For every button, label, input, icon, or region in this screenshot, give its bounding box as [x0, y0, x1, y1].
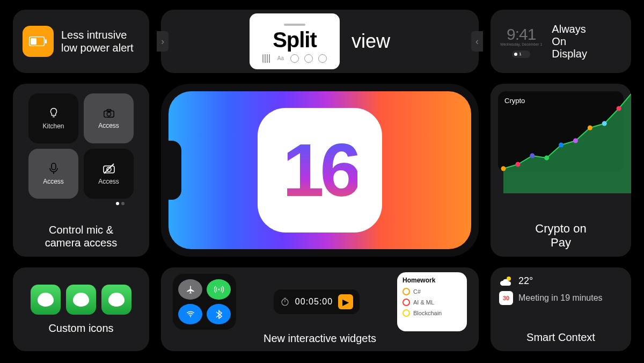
crypto-caption-l1: Crypto on — [498, 222, 624, 235]
svg-point-19 — [631, 89, 632, 94]
meeting-row: 30 Meeting in 19 minutes — [499, 291, 623, 305]
svg-point-16 — [588, 126, 592, 130]
hero-iphone-screen: 16 — [169, 91, 471, 249]
meeting-text: Meeting in 19 minutes — [518, 293, 603, 303]
reminders-header: Homework — [402, 277, 462, 284]
airplane-mode-toggle[interactable] — [178, 279, 202, 300]
ring-icon — [402, 288, 410, 295]
ios-version-badge: 16 — [258, 108, 382, 233]
svg-point-15 — [573, 139, 578, 143]
connectivity-widget — [173, 274, 236, 330]
svg-rect-6 — [52, 163, 56, 170]
ring-icon — [402, 309, 410, 317]
aod-text: Always On Display — [552, 23, 587, 60]
reminders-widget: Homework C# AI & ML Blockchain — [397, 272, 467, 331]
widgets-caption: New interactive widgets — [161, 332, 479, 345]
crypto-chart — [498, 84, 631, 193]
tile-label: Access — [43, 178, 64, 185]
split-view-window: Split Aa — [250, 13, 340, 69]
aod-line2: On — [552, 35, 587, 48]
tile-label: Kitchen — [42, 122, 64, 130]
tile-label: Access — [98, 178, 119, 185]
wifi-toggle[interactable] — [178, 304, 202, 324]
timer-widget: 00:05:00 ▶ — [274, 289, 360, 314]
svg-point-10 — [501, 166, 506, 171]
ring-icon — [402, 299, 410, 306]
page-dots — [21, 202, 125, 205]
svg-point-14 — [559, 143, 564, 148]
feature-card-always-on-display[interactable]: 9:41 Wednesday, December 1 1 Always On D… — [491, 10, 631, 73]
aod-time: 9:41 — [507, 25, 536, 43]
svg-rect-5 — [107, 109, 111, 111]
safari-toolbar-icons: Aa — [262, 54, 327, 63]
feature-card-custom-icons[interactable]: Custom icons — [13, 267, 149, 351]
circle-icon — [290, 54, 299, 63]
svg-point-18 — [617, 106, 621, 111]
aod-notif-count: 1 — [519, 52, 521, 56]
tile-label: Access — [98, 122, 119, 129]
control-caption-l1: Control mic & — [21, 223, 141, 236]
dot-icon — [514, 53, 517, 56]
control-tile-kitchen[interactable]: Kitchen — [28, 93, 78, 143]
iphone-notch — [169, 141, 181, 200]
aod-notif-pill: 1 — [512, 50, 530, 58]
timer-play-button[interactable]: ▶ — [338, 294, 353, 309]
hero-iphone: 16 — [161, 84, 479, 257]
camera-off-icon — [103, 163, 115, 175]
list-item[interactable]: C# — [402, 286, 462, 297]
low-power-text: Less intrusive low power alert — [61, 28, 134, 54]
svg-point-11 — [515, 162, 520, 167]
control-caption-l2: camera access — [21, 236, 141, 249]
crypto-caption-l2: Pay — [498, 236, 624, 249]
list-item[interactable]: AI & ML — [402, 297, 462, 308]
aod-line1: Always — [552, 23, 587, 35]
list-item[interactable]: Blockchain — [402, 308, 462, 318]
control-tile-mic-access[interactable]: Access — [28, 149, 78, 199]
svg-point-13 — [544, 156, 549, 161]
custom-icons-caption: Custom icons — [48, 322, 113, 335]
context-caption: Smart Context — [499, 331, 623, 344]
feature-card-smart-context[interactable]: 22° 30 Meeting in 19 minutes Smart Conte… — [491, 267, 631, 351]
ios-version-number: 16 — [282, 127, 357, 214]
messages-app-icon — [66, 285, 96, 315]
feature-card-interactive-widgets[interactable]: 00:05:00 ▶ Homework C# AI & ML Blockchai… — [161, 267, 479, 351]
control-tile-camera-access[interactable]: Access — [84, 93, 134, 143]
svg-point-12 — [530, 154, 535, 158]
battery-low-power-icon — [23, 26, 54, 57]
chevron-right-icon[interactable]: › — [157, 31, 169, 52]
window-grabber-icon — [284, 24, 305, 26]
weather-cloud-sun-icon — [499, 275, 513, 287]
aod-line3: Display — [552, 48, 587, 60]
svg-point-8 — [107, 167, 111, 171]
crypto-widget: Crypto — [498, 91, 624, 172]
weather-row: 22° — [499, 275, 623, 287]
circle-x-icon — [318, 54, 327, 63]
svg-rect-1 — [31, 38, 36, 45]
camera-icon — [103, 108, 115, 119]
svg-point-21 — [189, 316, 191, 317]
paragraph-icon — [262, 54, 271, 63]
view-word: view — [352, 30, 390, 53]
crypto-caption: Crypto on Pay — [498, 222, 624, 249]
clock-icon — [280, 297, 290, 307]
feature-card-control-access[interactable]: Kitchen Access Access Access Control mic… — [13, 84, 149, 257]
feature-card-crypto-pay[interactable]: Crypto Crypto on Pay — [491, 84, 631, 257]
mic-icon — [49, 163, 58, 175]
bluetooth-toggle[interactable] — [207, 304, 231, 324]
low-power-line1: Less intrusive — [61, 28, 134, 41]
timer-value: 00:05:00 — [295, 297, 333, 307]
chevron-left-icon[interactable]: ‹ — [471, 31, 483, 52]
control-caption: Control mic & camera access — [21, 223, 141, 249]
control-tile-camera-blocked[interactable]: Access — [84, 149, 134, 199]
messages-app-icon — [101, 285, 131, 315]
svg-point-4 — [107, 112, 111, 115]
circle-plus-icon — [304, 54, 313, 63]
split-word: Split — [273, 28, 317, 52]
calendar-day-icon: 30 — [499, 291, 513, 305]
feature-card-low-power[interactable]: Less intrusive low power alert — [13, 10, 149, 73]
text-size-icon: Aa — [276, 54, 285, 63]
feature-card-split-view[interactable]: › ‹ Split Aa view — [161, 10, 479, 73]
cellular-toggle[interactable] — [207, 279, 231, 300]
temperature: 22° — [518, 275, 533, 287]
messages-app-icon — [31, 285, 61, 315]
